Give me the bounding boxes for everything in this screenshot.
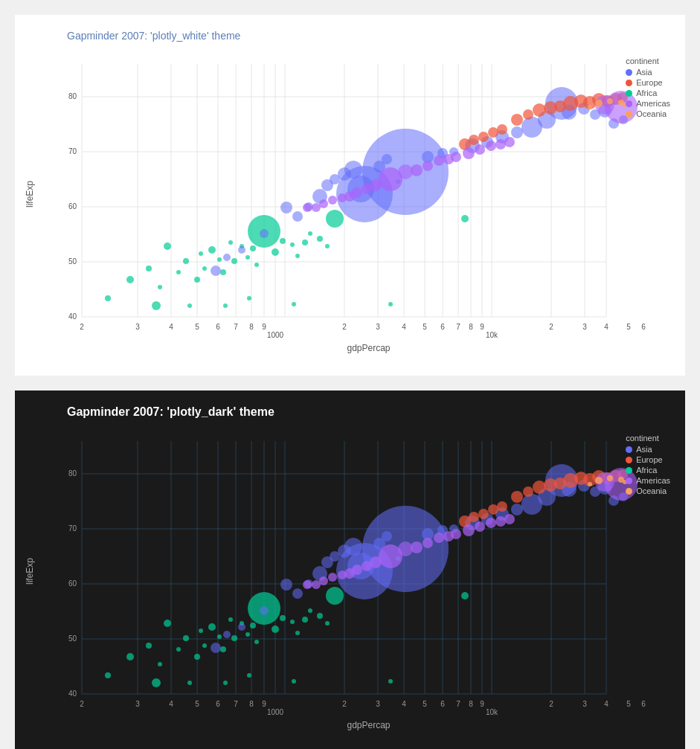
svg-point-150 xyxy=(495,139,506,150)
svg-point-77 xyxy=(290,242,295,247)
svg-point-335 xyxy=(595,477,603,484)
svg-point-260 xyxy=(292,679,296,684)
svg-point-256 xyxy=(152,678,161,687)
chart-dark-title: Gapminder 2007: 'plotly_dark' theme xyxy=(67,405,678,419)
svg-point-231 xyxy=(183,635,189,641)
svg-text:80: 80 xyxy=(68,92,77,100)
legend-dot-africa xyxy=(626,90,632,97)
svg-point-334 xyxy=(303,580,312,589)
svg-point-317 xyxy=(463,524,475,536)
svg-text:70: 70 xyxy=(68,524,77,533)
svg-point-308 xyxy=(488,504,498,515)
svg-point-252 xyxy=(325,621,330,626)
svg-point-249 xyxy=(302,617,308,623)
svg-text:8: 8 xyxy=(249,700,254,708)
svg-text:2: 2 xyxy=(342,700,347,708)
legend-dark-dot-asia xyxy=(626,446,632,453)
svg-point-97 xyxy=(280,202,292,213)
svg-point-250 xyxy=(308,608,312,613)
svg-text:40: 40 xyxy=(68,689,77,698)
legend-dark-item-oceania: Oceania xyxy=(626,486,670,495)
page-container: Gapminder 2007: 'plotly_white' theme lif… xyxy=(0,0,700,749)
svg-point-336 xyxy=(607,475,613,481)
svg-point-85 xyxy=(461,215,469,222)
svg-point-75 xyxy=(272,248,279,256)
svg-point-90 xyxy=(292,302,296,306)
svg-point-122 xyxy=(260,229,269,238)
svg-text:2: 2 xyxy=(549,700,553,708)
svg-point-233 xyxy=(199,629,203,633)
svg-point-65 xyxy=(208,246,216,254)
svg-point-58 xyxy=(158,285,162,289)
svg-text:5: 5 xyxy=(626,700,631,708)
svg-point-64 xyxy=(202,266,207,271)
svg-point-251 xyxy=(317,613,323,619)
chart-white-title: Gapminder 2007: 'plotly_white' theme xyxy=(67,30,678,42)
svg-point-151 xyxy=(504,137,515,147)
svg-point-98 xyxy=(292,211,303,222)
svg-text:3: 3 xyxy=(135,323,140,331)
svg-point-69 xyxy=(231,258,237,264)
svg-point-127 xyxy=(533,103,546,117)
svg-text:7: 7 xyxy=(456,700,460,708)
svg-text:5: 5 xyxy=(195,700,199,708)
svg-point-82 xyxy=(325,244,330,248)
legend-dark-title: continent xyxy=(626,434,670,443)
svg-text:1000: 1000 xyxy=(267,331,284,339)
svg-point-60 xyxy=(176,270,181,274)
svg-point-259 xyxy=(247,673,251,678)
svg-point-104 xyxy=(344,161,362,179)
svg-point-309 xyxy=(478,509,489,519)
svg-point-72 xyxy=(250,245,256,251)
legend-dark-dot-oceania xyxy=(626,488,632,495)
svg-point-320 xyxy=(495,516,506,527)
svg-point-83 xyxy=(326,210,344,228)
svg-point-80 xyxy=(308,231,312,236)
svg-text:3: 3 xyxy=(135,700,140,708)
svg-text:6: 6 xyxy=(440,700,445,708)
svg-point-73 xyxy=(254,263,259,267)
legend-item-americas: Americas xyxy=(626,99,670,108)
svg-point-138 xyxy=(488,127,498,138)
svg-point-241 xyxy=(245,632,250,637)
svg-point-143 xyxy=(423,161,433,171)
svg-point-316 xyxy=(451,529,461,539)
svg-point-67 xyxy=(220,269,226,275)
svg-point-331 xyxy=(328,573,337,582)
svg-point-234 xyxy=(202,643,207,648)
legend-label-americas: Americas xyxy=(636,99,670,108)
legend-dot-asia xyxy=(626,69,632,76)
legend-dark-dot-europe xyxy=(626,457,632,463)
svg-point-161 xyxy=(328,196,337,205)
svg-point-106 xyxy=(382,154,392,164)
svg-point-274 xyxy=(344,538,362,556)
svg-point-78 xyxy=(295,254,300,258)
svg-point-333 xyxy=(312,580,321,589)
svg-point-283 xyxy=(511,504,523,515)
svg-point-229 xyxy=(164,620,171,627)
svg-text:10k: 10k xyxy=(486,708,498,716)
svg-text:4: 4 xyxy=(402,700,406,708)
svg-text:5: 5 xyxy=(626,323,631,331)
svg-point-147 xyxy=(463,147,475,159)
svg-point-246 xyxy=(280,615,286,621)
svg-text:7: 7 xyxy=(234,700,238,708)
svg-point-56 xyxy=(126,276,134,283)
legend-dark-label-americas: Americas xyxy=(636,476,670,485)
svg-text:6: 6 xyxy=(216,323,220,331)
legend-label-africa: Africa xyxy=(636,89,657,97)
svg-point-57 xyxy=(146,266,152,271)
legend-item-africa: Africa xyxy=(626,89,670,97)
svg-point-230 xyxy=(176,647,181,652)
svg-point-71 xyxy=(245,255,250,260)
legend-dark-item-americas: Americas xyxy=(626,476,670,485)
svg-point-163 xyxy=(312,203,321,212)
svg-point-153 xyxy=(398,164,413,179)
svg-point-160 xyxy=(338,193,347,202)
legend-label-asia: Asia xyxy=(636,68,652,77)
svg-point-297 xyxy=(533,480,546,494)
svg-point-89 xyxy=(247,296,251,300)
svg-text:4: 4 xyxy=(604,700,609,708)
svg-point-164 xyxy=(303,203,312,212)
svg-point-319 xyxy=(486,518,496,528)
